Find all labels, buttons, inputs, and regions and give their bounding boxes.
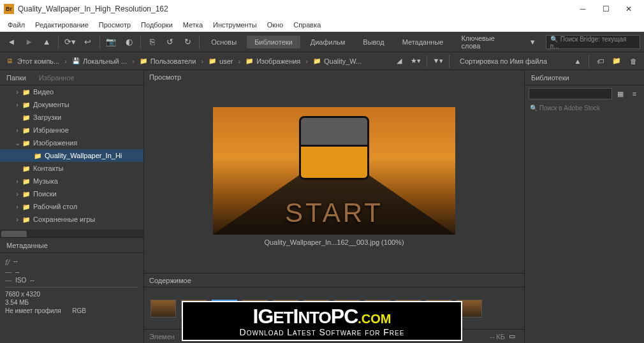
meta-filesize: 3.54 МБ xyxy=(5,298,138,307)
thumb-1[interactable] xyxy=(150,300,176,317)
menubar: Файл Редактирование Просмотр Подборки Ме… xyxy=(0,18,644,32)
status-items: Элемен xyxy=(149,333,175,340)
app-icon: Br xyxy=(4,4,14,14)
meta-dimensions: 7680 x 4320 xyxy=(5,290,138,298)
tab-output[interactable]: Вывод xyxy=(355,36,392,48)
search-icon: 🔍 xyxy=(550,36,558,43)
crumb-images[interactable]: 📁Изображения xyxy=(243,56,303,66)
camera-icon[interactable]: 📷 xyxy=(104,34,119,50)
preview-image[interactable]: START xyxy=(213,107,455,235)
menu-window[interactable]: Окно xyxy=(262,18,289,31)
content-header: Содержимое xyxy=(144,273,524,287)
recent-button[interactable]: ⟳▾ xyxy=(62,34,78,50)
window-title: Quality_Wallpaper_In_High_Resolution_162 xyxy=(18,4,571,13)
grid-view-icon[interactable]: ▦ xyxy=(615,88,626,99)
list-view-icon[interactable]: ≡ xyxy=(629,88,640,99)
crumb-user[interactable]: 📁user xyxy=(206,56,235,66)
tab-meta[interactable]: Метаданные xyxy=(3,240,52,251)
tab-essentials[interactable]: Основы xyxy=(203,36,244,48)
left-panel: Папки Избранное ›📁Видео ›📁Документы 📁Заг… xyxy=(0,70,144,343)
tab-favorites[interactable]: Избранное xyxy=(35,73,78,83)
tree-scrollbar[interactable] xyxy=(0,230,143,237)
menu-label[interactable]: Метка xyxy=(178,18,208,31)
preview-area: START Quality_Wallpaper_In...162__003.jp… xyxy=(144,84,524,273)
meta-iso: —ISO-- xyxy=(5,276,138,284)
maximize-button[interactable]: ☐ xyxy=(594,0,617,18)
menu-file[interactable]: Файл xyxy=(3,18,30,31)
minimize-button[interactable]: ─ xyxy=(571,0,594,18)
funnel-icon[interactable]: ▼▾ xyxy=(431,54,445,68)
folder-icon: 📁 xyxy=(313,57,322,64)
tab-libraries-panel[interactable]: Библиотеки xyxy=(527,73,573,83)
watermark-overlay: IGETINTOPC.COM Download Latest Software … xyxy=(182,301,462,341)
tab-keywords[interactable]: Ключевые слова xyxy=(453,32,523,52)
preview-caption: Quality_Wallpaper_In...162__003.jpg (100… xyxy=(260,235,407,250)
titlebar: Br Quality_Wallpaper_In_High_Resolution_… xyxy=(0,0,644,18)
refine-icon[interactable]: ◐ xyxy=(121,34,136,50)
rating-icon[interactable]: ★▾ xyxy=(409,54,423,68)
boomerang-button[interactable]: ↩ xyxy=(80,34,96,50)
thumbnail-size-icon[interactable]: ▭ xyxy=(505,330,519,344)
crumb-users[interactable]: 📁Пользователи xyxy=(137,56,199,66)
folders-header: Папки Избранное xyxy=(0,70,143,85)
folder-icon: 📁 xyxy=(140,57,149,64)
close-button[interactable]: ✕ xyxy=(617,0,640,18)
library-select[interactable] xyxy=(529,88,612,99)
trash-icon[interactable]: 🗑 xyxy=(626,54,640,68)
tree-downloads[interactable]: 📁Загрузки xyxy=(0,111,143,124)
open-icon[interactable]: ⎘ xyxy=(145,34,160,50)
meta-fstop: f/-- xyxy=(5,257,138,268)
forward-button[interactable]: ► xyxy=(22,34,37,50)
tree-contacts[interactable]: 📁Контакты xyxy=(0,162,143,175)
tab-filmstrip[interactable]: Диафильм xyxy=(303,36,353,48)
tree-desktop[interactable]: ›📁Рабочий стол xyxy=(0,200,143,213)
label-icon[interactable]: 🏷 xyxy=(593,54,607,68)
tree-favorites[interactable]: ›📁Избранное xyxy=(0,124,143,136)
search-input[interactable]: 🔍Поиск Bridge: текущая п... xyxy=(546,35,640,49)
search-placeholder: Поиск Bridge: текущая п... xyxy=(550,36,627,50)
tree-quality-wallpaper[interactable]: 📁Quality_Wallpaper_In_Hi xyxy=(0,149,143,162)
menu-view[interactable]: Просмотр xyxy=(94,18,136,31)
up-button[interactable]: ▲ xyxy=(39,34,54,50)
tab-folders[interactable]: Папки xyxy=(3,73,30,83)
crumb-current[interactable]: 📁Quality_W... xyxy=(311,56,364,66)
rotate-ccw-icon[interactable]: ↺ xyxy=(163,34,178,50)
filter-icon[interactable]: ◢ xyxy=(392,54,406,68)
menu-edit[interactable]: Редактирование xyxy=(30,18,94,31)
start-text: START xyxy=(285,198,383,228)
new-folder-icon[interactable]: 📁 xyxy=(610,54,624,68)
tree-video[interactable]: ›📁Видео xyxy=(0,85,143,98)
preview-header: Просмотр xyxy=(144,70,524,84)
rotate-cw-icon[interactable]: ↻ xyxy=(180,34,195,50)
folder-tree: ›📁Видео ›📁Документы 📁Загрузки ›📁Избранно… xyxy=(0,85,143,230)
folder-icon: 📁 xyxy=(245,57,254,64)
breadcrumb-bar: 🖥Этот компь... › 💾Локальный ... › 📁Польз… xyxy=(0,52,644,70)
status-size: -- КБ xyxy=(490,333,505,340)
drive-icon: 💾 xyxy=(72,57,81,64)
back-button[interactable]: ◄ xyxy=(4,34,19,50)
tree-images[interactable]: ⌄📁Изображения xyxy=(0,136,143,149)
computer-icon: 🖥 xyxy=(6,57,15,64)
folder-icon: 📁 xyxy=(209,57,217,64)
tab-libraries[interactable]: Библиотеки xyxy=(247,36,300,48)
menu-stacks[interactable]: Подборки xyxy=(136,18,178,31)
menu-help[interactable]: Справка xyxy=(288,18,326,31)
meta-profile: Не имеет профиля RGB xyxy=(5,307,138,315)
library-search[interactable]: 🔍 Поиск в Adobe Stock xyxy=(525,102,644,114)
sort-dropdown[interactable]: Сортировка по Имя файла xyxy=(453,56,568,66)
sort-asc-icon[interactable]: ▲ xyxy=(571,54,585,68)
toolbar: ◄ ► ▲ ⟳▾ ↩ 📷 ◐ ⎘ ↺ ↻ Основы Библиотеки Д… xyxy=(0,32,644,52)
tree-saved-games[interactable]: ›📁Сохраненные игры xyxy=(0,213,143,226)
tab-metadata[interactable]: Метаданные xyxy=(395,36,451,48)
crumb-drive[interactable]: 💾Локальный ... xyxy=(70,56,129,66)
metadata-panel: Метаданные f/-- —-- —ISO-- 7680 x 4320 3… xyxy=(0,237,143,319)
meta-shutter: —-- xyxy=(5,268,138,276)
chevron-down-icon[interactable]: ▾ xyxy=(525,34,541,50)
right-panel: Библиотеки ▦ ≡ 🔍 Поиск в Adobe Stock xyxy=(524,70,644,343)
menu-tools[interactable]: Инструменты xyxy=(208,18,262,31)
tree-documents[interactable]: ›📁Документы xyxy=(0,98,143,111)
tree-searches[interactable]: ›📁Поиски xyxy=(0,187,143,200)
tree-music[interactable]: ›📁Музыка xyxy=(0,175,143,187)
crumb-computer[interactable]: 🖥Этот компь... xyxy=(4,56,62,66)
